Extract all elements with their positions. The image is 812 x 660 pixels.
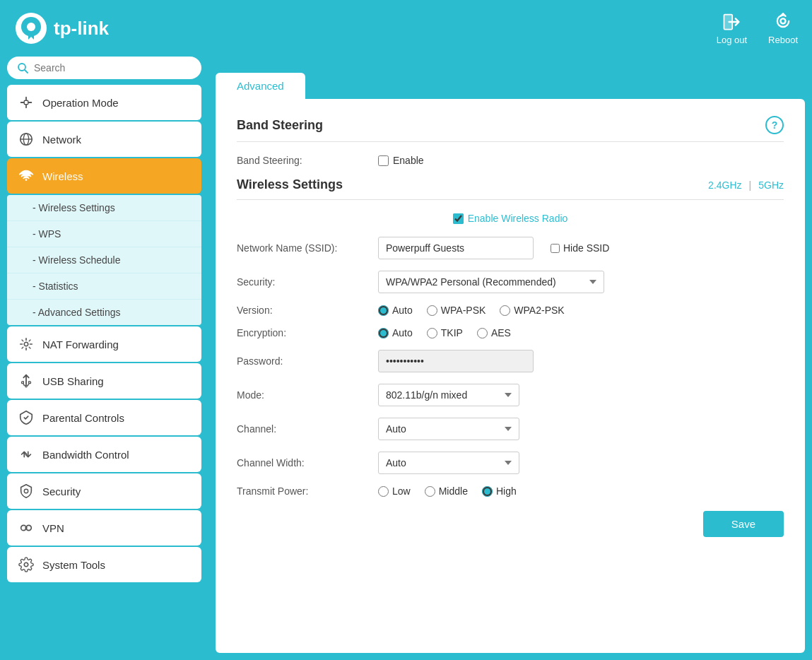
hide-ssid-checkbox[interactable] — [551, 244, 560, 253]
transmit-high-label[interactable]: High — [482, 485, 517, 497]
sidebar: Operation Mode Network Wireless - Wirele… — [0, 57, 208, 660]
logout-icon — [722, 12, 741, 32]
freq-links: 2.4GHz | 5GHz — [708, 179, 784, 191]
security-icon — [18, 483, 34, 499]
wireless-settings-title: Wireless Settings — [237, 177, 343, 192]
system-tools-icon — [18, 557, 34, 572]
transmit-middle-label[interactable]: Middle — [425, 485, 468, 497]
submenu-advanced-settings[interactable]: - Advanced Settings — [7, 300, 201, 325]
svg-point-14 — [24, 489, 28, 493]
submenu-statistics[interactable]: - Statistics — [7, 273, 201, 300]
parental-controls-icon — [18, 410, 34, 425]
mode-select[interactable]: 802.11b/g/n mixed 802.11n only 802.11g/n… — [378, 384, 519, 406]
encryption-aes-label[interactable]: AES — [477, 327, 511, 338]
transmit-high-radio[interactable] — [482, 486, 493, 497]
hide-ssid-label[interactable]: Hide SSID — [551, 242, 609, 254]
transmit-low-radio[interactable] — [378, 486, 389, 497]
security-select[interactable]: WPA/WPA2 Personal (Recommended) WPA/WPA2… — [378, 271, 604, 293]
band-steering-control: Enable — [378, 155, 784, 166]
reboot-button[interactable]: Reboot — [768, 12, 798, 45]
freq-5ghz-link[interactable]: 5GHz — [758, 179, 784, 191]
version-wpa2-psk-radio[interactable] — [500, 305, 510, 316]
band-steering-checkbox[interactable] — [378, 155, 389, 166]
sidebar-item-wireless[interactable]: Wireless — [7, 158, 201, 194]
channel-width-select[interactable]: Auto 20MHz 40MHz — [378, 452, 519, 474]
sidebar-item-bandwidth-control[interactable]: Bandwidth Control — [7, 437, 201, 472]
password-label: Password: — [237, 355, 378, 367]
channel-width-label: Channel Width: — [237, 457, 378, 469]
sidebar-item-label: VPN — [42, 522, 64, 534]
sidebar-item-parental-controls[interactable]: Parental Controls — [7, 400, 201, 435]
transmit-low-label[interactable]: Low — [378, 485, 411, 497]
channel-width-control: Auto 20MHz 40MHz — [378, 452, 784, 474]
band-steering-help-icon[interactable]: ? — [765, 116, 784, 134]
mode-label: Mode: — [237, 389, 378, 401]
version-wpa-psk-radio[interactable] — [427, 305, 437, 316]
encryption-label: Encryption: — [237, 327, 378, 338]
wireless-icon — [18, 168, 34, 184]
svg-line-6 — [25, 70, 28, 73]
search-input[interactable] — [34, 62, 192, 73]
enable-wireless-radio-checkbox[interactable] — [453, 213, 464, 224]
svg-point-11 — [25, 179, 28, 181]
reboot-icon — [773, 12, 793, 32]
password-input[interactable] — [378, 350, 534, 372]
encryption-auto-radio[interactable] — [378, 328, 389, 338]
encryption-tkip-radio[interactable] — [427, 328, 437, 338]
transmit-middle-radio[interactable] — [425, 486, 435, 497]
submenu-wireless-schedule[interactable]: - Wireless Schedule — [7, 247, 201, 273]
svg-point-1 — [27, 23, 35, 31]
ssid-row: Network Name (SSID): Hide SSID — [237, 237, 784, 259]
sidebar-item-security[interactable]: Security — [7, 473, 201, 509]
network-icon — [18, 131, 34, 147]
save-btn-row: Save — [237, 511, 784, 537]
sidebar-item-usb-sharing[interactable]: USB Sharing — [7, 363, 201, 399]
ssid-label: Network Name (SSID): — [237, 242, 378, 254]
version-auto-radio[interactable] — [378, 305, 389, 316]
logout-button[interactable]: Log out — [717, 12, 747, 45]
logout-label: Log out — [717, 35, 747, 45]
enable-wireless-radio-label[interactable]: Enable Wireless Radio — [453, 213, 568, 224]
operation-mode-icon — [18, 95, 34, 110]
sidebar-item-nat-forwarding[interactable]: NAT Forwarding — [7, 326, 201, 362]
version-wpa-psk-label[interactable]: WPA-PSK — [427, 305, 486, 316]
wireless-submenu: - Wireless Settings - WPS - Wireless Sch… — [7, 195, 201, 325]
freq-separator: | — [749, 179, 752, 191]
band-steering-label: Band Steering: — [237, 155, 378, 166]
content-panel: Band Steering ? Band Steering: Enable Wi… — [216, 99, 805, 653]
vpn-icon — [18, 520, 34, 536]
encryption-aes-radio[interactable] — [477, 328, 488, 338]
enable-wireless-radio-row: Enable Wireless Radio — [237, 213, 784, 224]
main-layout: Operation Mode Network Wireless - Wirele… — [0, 57, 812, 660]
channel-select[interactable]: Auto 123 456 789 1011 — [378, 418, 519, 440]
svg-point-12 — [24, 342, 28, 346]
search-box[interactable] — [7, 57, 201, 79]
band-steering-enable-label[interactable]: Enable — [378, 155, 424, 166]
save-button[interactable]: Save — [703, 511, 784, 537]
sidebar-item-system-tools[interactable]: System Tools — [7, 547, 201, 582]
encryption-auto-label[interactable]: Auto — [378, 327, 413, 338]
submenu-wireless-settings[interactable]: - Wireless Settings — [7, 195, 201, 221]
svg-point-4 — [781, 18, 786, 23]
mode-control: 802.11b/g/n mixed 802.11n only 802.11g/n… — [378, 384, 784, 406]
sidebar-item-operation-mode[interactable]: Operation Mode — [7, 85, 201, 120]
transmit-power-label: Transmit Power: — [237, 485, 378, 497]
version-wpa2-psk-label[interactable]: WPA2-PSK — [500, 305, 564, 316]
sidebar-item-label: Security — [42, 485, 81, 497]
encryption-tkip-label[interactable]: TKIP — [427, 327, 463, 338]
sidebar-item-vpn[interactable]: VPN — [7, 510, 201, 546]
nat-forwarding-icon — [18, 336, 34, 352]
usb-sharing-icon — [18, 373, 34, 389]
version-auto-label[interactable]: Auto — [378, 305, 413, 316]
sidebar-item-label: Network — [42, 134, 81, 146]
band-steering-section-header: Band Steering ? — [237, 116, 784, 142]
freq-24ghz-link[interactable]: 2.4GHz — [708, 179, 741, 191]
ssid-input[interactable] — [378, 237, 534, 259]
submenu-wps[interactable]: - WPS — [7, 221, 201, 247]
logo-text: tp-link — [54, 18, 109, 40]
bandwidth-control-icon — [18, 447, 34, 462]
sidebar-item-label: Wireless — [42, 170, 83, 182]
tab-advanced[interactable]: Advanced — [216, 73, 305, 99]
transmit-power-row: Transmit Power: Low Middle High — [237, 485, 784, 497]
sidebar-item-network[interactable]: Network — [7, 122, 201, 157]
